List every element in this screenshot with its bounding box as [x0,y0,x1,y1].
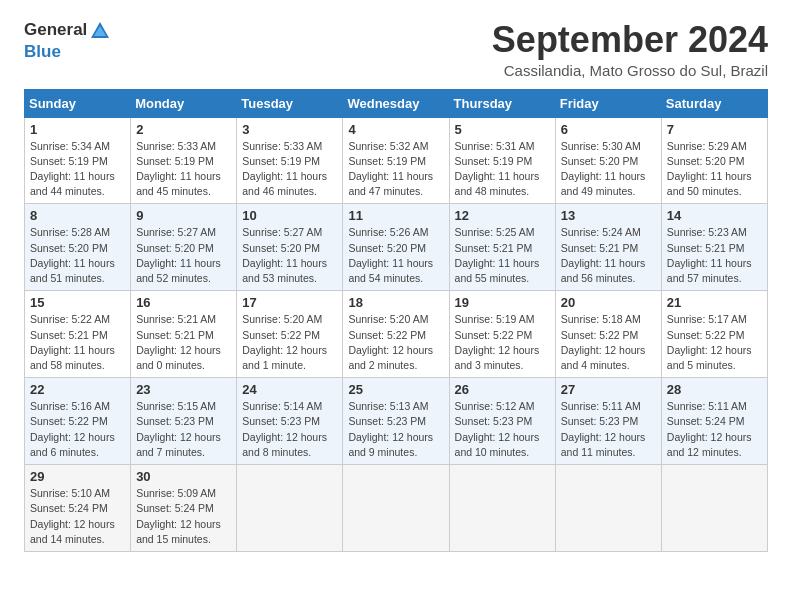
day-info: Sunrise: 5:13 AMSunset: 5:23 PMDaylight:… [348,399,443,460]
calendar-cell: 25Sunrise: 5:13 AMSunset: 5:23 PMDayligh… [343,378,449,465]
calendar-cell: 2Sunrise: 5:33 AMSunset: 5:19 PMDaylight… [131,117,237,204]
weekday-header: Saturday [661,89,767,117]
weekday-header: Monday [131,89,237,117]
day-number: 23 [136,382,231,397]
calendar-cell: 1Sunrise: 5:34 AMSunset: 5:19 PMDaylight… [25,117,131,204]
title-block: September 2024 Cassilandia, Mato Grosso … [492,20,768,79]
logo: General Blue [24,20,111,62]
day-info: Sunrise: 5:34 AMSunset: 5:19 PMDaylight:… [30,139,125,200]
day-number: 15 [30,295,125,310]
day-number: 14 [667,208,762,223]
calendar-cell: 16Sunrise: 5:21 AMSunset: 5:21 PMDayligh… [131,291,237,378]
day-number: 22 [30,382,125,397]
day-info: Sunrise: 5:11 AMSunset: 5:24 PMDaylight:… [667,399,762,460]
day-number: 3 [242,122,337,137]
weekday-header: Tuesday [237,89,343,117]
calendar-cell: 18Sunrise: 5:20 AMSunset: 5:22 PMDayligh… [343,291,449,378]
day-number: 8 [30,208,125,223]
calendar-cell: 14Sunrise: 5:23 AMSunset: 5:21 PMDayligh… [661,204,767,291]
calendar-cell: 13Sunrise: 5:24 AMSunset: 5:21 PMDayligh… [555,204,661,291]
day-info: Sunrise: 5:28 AMSunset: 5:20 PMDaylight:… [30,225,125,286]
day-info: Sunrise: 5:10 AMSunset: 5:24 PMDaylight:… [30,486,125,547]
calendar-cell: 23Sunrise: 5:15 AMSunset: 5:23 PMDayligh… [131,378,237,465]
calendar-cell: 5Sunrise: 5:31 AMSunset: 5:19 PMDaylight… [449,117,555,204]
day-info: Sunrise: 5:33 AMSunset: 5:19 PMDaylight:… [242,139,337,200]
day-number: 25 [348,382,443,397]
calendar-cell: 28Sunrise: 5:11 AMSunset: 5:24 PMDayligh… [661,378,767,465]
day-number: 27 [561,382,656,397]
calendar-cell: 6Sunrise: 5:30 AMSunset: 5:20 PMDaylight… [555,117,661,204]
calendar-cell: 22Sunrise: 5:16 AMSunset: 5:22 PMDayligh… [25,378,131,465]
day-info: Sunrise: 5:09 AMSunset: 5:24 PMDaylight:… [136,486,231,547]
day-number: 4 [348,122,443,137]
calendar-cell: 15Sunrise: 5:22 AMSunset: 5:21 PMDayligh… [25,291,131,378]
day-number: 13 [561,208,656,223]
calendar-cell [343,465,449,552]
day-info: Sunrise: 5:22 AMSunset: 5:21 PMDaylight:… [30,312,125,373]
calendar-cell: 26Sunrise: 5:12 AMSunset: 5:23 PMDayligh… [449,378,555,465]
day-info: Sunrise: 5:27 AMSunset: 5:20 PMDaylight:… [136,225,231,286]
day-info: Sunrise: 5:21 AMSunset: 5:21 PMDaylight:… [136,312,231,373]
calendar-cell: 3Sunrise: 5:33 AMSunset: 5:19 PMDaylight… [237,117,343,204]
day-number: 20 [561,295,656,310]
day-number: 10 [242,208,337,223]
day-number: 9 [136,208,231,223]
day-info: Sunrise: 5:11 AMSunset: 5:23 PMDaylight:… [561,399,656,460]
day-number: 29 [30,469,125,484]
day-number: 5 [455,122,550,137]
day-number: 30 [136,469,231,484]
month-title: September 2024 [492,20,768,60]
day-info: Sunrise: 5:18 AMSunset: 5:22 PMDaylight:… [561,312,656,373]
calendar-cell: 30Sunrise: 5:09 AMSunset: 5:24 PMDayligh… [131,465,237,552]
day-info: Sunrise: 5:23 AMSunset: 5:21 PMDaylight:… [667,225,762,286]
day-number: 6 [561,122,656,137]
day-number: 12 [455,208,550,223]
day-number: 1 [30,122,125,137]
calendar-cell: 21Sunrise: 5:17 AMSunset: 5:22 PMDayligh… [661,291,767,378]
weekday-header: Wednesday [343,89,449,117]
day-info: Sunrise: 5:26 AMSunset: 5:20 PMDaylight:… [348,225,443,286]
calendar-cell: 12Sunrise: 5:25 AMSunset: 5:21 PMDayligh… [449,204,555,291]
day-number: 24 [242,382,337,397]
calendar-cell [555,465,661,552]
day-number: 19 [455,295,550,310]
day-info: Sunrise: 5:25 AMSunset: 5:21 PMDaylight:… [455,225,550,286]
calendar-cell: 4Sunrise: 5:32 AMSunset: 5:19 PMDaylight… [343,117,449,204]
day-info: Sunrise: 5:12 AMSunset: 5:23 PMDaylight:… [455,399,550,460]
day-number: 18 [348,295,443,310]
calendar-cell: 7Sunrise: 5:29 AMSunset: 5:20 PMDaylight… [661,117,767,204]
calendar-table: SundayMondayTuesdayWednesdayThursdayFrid… [24,89,768,552]
calendar-cell: 29Sunrise: 5:10 AMSunset: 5:24 PMDayligh… [25,465,131,552]
day-info: Sunrise: 5:30 AMSunset: 5:20 PMDaylight:… [561,139,656,200]
calendar-cell: 27Sunrise: 5:11 AMSunset: 5:23 PMDayligh… [555,378,661,465]
day-info: Sunrise: 5:19 AMSunset: 5:22 PMDaylight:… [455,312,550,373]
day-info: Sunrise: 5:27 AMSunset: 5:20 PMDaylight:… [242,225,337,286]
calendar-cell: 24Sunrise: 5:14 AMSunset: 5:23 PMDayligh… [237,378,343,465]
day-info: Sunrise: 5:24 AMSunset: 5:21 PMDaylight:… [561,225,656,286]
day-number: 2 [136,122,231,137]
day-info: Sunrise: 5:32 AMSunset: 5:19 PMDaylight:… [348,139,443,200]
day-number: 7 [667,122,762,137]
calendar-cell: 20Sunrise: 5:18 AMSunset: 5:22 PMDayligh… [555,291,661,378]
calendar-cell [237,465,343,552]
weekday-header: Friday [555,89,661,117]
day-info: Sunrise: 5:33 AMSunset: 5:19 PMDaylight:… [136,139,231,200]
calendar-cell: 9Sunrise: 5:27 AMSunset: 5:20 PMDaylight… [131,204,237,291]
day-number: 17 [242,295,337,310]
page-header: General Blue September 2024 Cassilandia,… [24,20,768,79]
day-number: 11 [348,208,443,223]
location-subtitle: Cassilandia, Mato Grosso do Sul, Brazil [492,62,768,79]
day-info: Sunrise: 5:29 AMSunset: 5:20 PMDaylight:… [667,139,762,200]
day-number: 28 [667,382,762,397]
weekday-header: Sunday [25,89,131,117]
day-info: Sunrise: 5:14 AMSunset: 5:23 PMDaylight:… [242,399,337,460]
day-number: 21 [667,295,762,310]
calendar-cell: 8Sunrise: 5:28 AMSunset: 5:20 PMDaylight… [25,204,131,291]
day-info: Sunrise: 5:16 AMSunset: 5:22 PMDaylight:… [30,399,125,460]
calendar-cell [661,465,767,552]
day-info: Sunrise: 5:20 AMSunset: 5:22 PMDaylight:… [242,312,337,373]
day-info: Sunrise: 5:15 AMSunset: 5:23 PMDaylight:… [136,399,231,460]
calendar-cell [449,465,555,552]
calendar-cell: 10Sunrise: 5:27 AMSunset: 5:20 PMDayligh… [237,204,343,291]
calendar-cell: 19Sunrise: 5:19 AMSunset: 5:22 PMDayligh… [449,291,555,378]
